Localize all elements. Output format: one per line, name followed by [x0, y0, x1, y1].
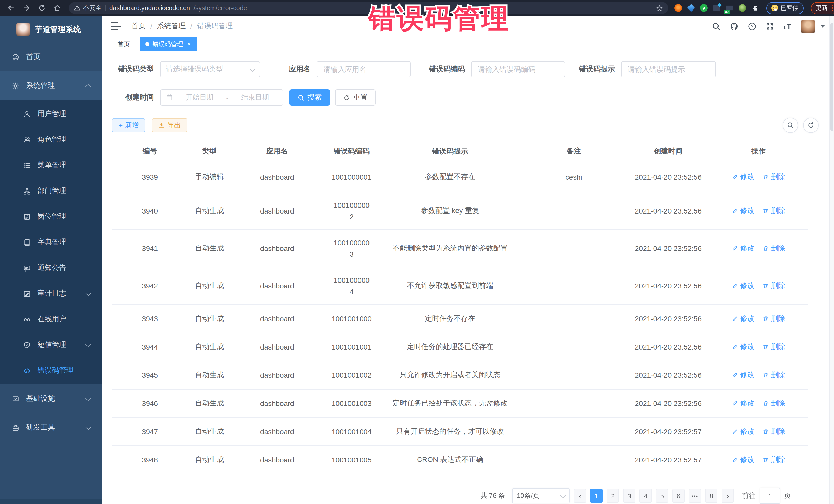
- delete-link[interactable]: 删除: [763, 206, 785, 216]
- tab-error-code[interactable]: 错误码管理 ×: [139, 37, 197, 51]
- avatar[interactable]: [801, 20, 815, 34]
- date-range-picker[interactable]: 开始日期 - 结束日期: [160, 89, 283, 106]
- font-size-icon[interactable]: tT: [783, 22, 792, 31]
- delete-link[interactable]: 删除: [763, 342, 785, 352]
- extension-grid-icon[interactable]: [713, 4, 721, 12]
- next-page-button[interactable]: ›: [722, 489, 734, 503]
- row-type: 自动生成: [188, 192, 231, 230]
- extension-orange-icon[interactable]: [674, 4, 682, 12]
- error-message-input[interactable]: [621, 61, 716, 78]
- delete-link[interactable]: 删除: [763, 172, 785, 182]
- add-button[interactable]: + 新增: [112, 118, 145, 132]
- breadcrumb-separator: /: [150, 22, 152, 30]
- scrollbar[interactable]: [829, 16, 834, 504]
- page-button-4[interactable]: 4: [639, 489, 652, 503]
- tab-home[interactable]: 首页: [112, 37, 135, 51]
- delete-link[interactable]: 删除: [763, 371, 785, 380]
- edit-link[interactable]: 修改: [732, 281, 754, 290]
- app-name-input[interactable]: [317, 61, 411, 78]
- security-status[interactable]: 不安全: [74, 4, 102, 12]
- extensions-puzzle-icon[interactable]: [751, 4, 759, 12]
- glasses-icon: [23, 315, 31, 323]
- sidebar-item-dept[interactable]: 部门管理: [0, 178, 102, 204]
- edit-link[interactable]: 修改: [732, 206, 754, 216]
- sidebar-item-infra[interactable]: 基础设施: [0, 385, 102, 413]
- edit-link[interactable]: 修改: [732, 172, 754, 182]
- page-button-2[interactable]: 2: [607, 489, 619, 503]
- delete-link[interactable]: 删除: [763, 314, 785, 323]
- more-pages-button[interactable]: •••: [689, 489, 701, 503]
- error-type-select[interactable]: 请选择错误码类型: [160, 61, 260, 78]
- delete-link[interactable]: 删除: [763, 399, 785, 408]
- delete-link[interactable]: 删除: [763, 427, 785, 436]
- scrollbar-thumb[interactable]: [830, 23, 833, 131]
- sidebar-item-sms[interactable]: 短信管理: [0, 332, 102, 358]
- sidebar-collapse-icon[interactable]: [111, 22, 121, 30]
- browser-reload-icon[interactable]: [35, 2, 48, 14]
- show-search-button[interactable]: [783, 117, 798, 133]
- row-error-message: 定时任务的处理器已经存在: [380, 333, 521, 361]
- extension-key-icon[interactable]: [739, 4, 746, 12]
- sidebar-item-errcode[interactable]: 错误码管理: [0, 358, 102, 384]
- page-size-select[interactable]: 10条/页: [512, 488, 570, 503]
- edit-link[interactable]: 修改: [732, 371, 754, 380]
- delete-link[interactable]: 删除: [763, 281, 785, 290]
- page-button-5[interactable]: 5: [656, 489, 668, 503]
- row-error-code: 1001001000: [323, 305, 380, 333]
- fullscreen-icon[interactable]: [765, 22, 774, 31]
- error-code-input[interactable]: [471, 61, 565, 78]
- page-button-1[interactable]: 1: [590, 489, 602, 503]
- sidebar-item-role[interactable]: 角色管理: [0, 127, 102, 152]
- breadcrumb-home[interactable]: 首页: [131, 22, 146, 31]
- sidebar-item-menu[interactable]: 菜单管理: [0, 152, 102, 178]
- reset-button[interactable]: 重置: [335, 89, 376, 106]
- edit-link[interactable]: 修改: [732, 244, 754, 253]
- paused-extension-button[interactable]: 已暂停: [766, 2, 804, 14]
- search-icon[interactable]: [711, 22, 721, 31]
- close-icon[interactable]: ×: [187, 41, 191, 47]
- sidebar-item-home[interactable]: 首页: [0, 43, 102, 71]
- sidebar-item-audit[interactable]: 审计日志: [0, 281, 102, 306]
- export-label: 导出: [167, 120, 181, 130]
- edit-link[interactable]: 修改: [732, 455, 754, 464]
- app-logo-row[interactable]: 芋道管理系统: [0, 16, 102, 43]
- goto-page-input[interactable]: [760, 487, 780, 504]
- refresh-table-button[interactable]: [803, 117, 819, 133]
- browser-update-button[interactable]: 更新: [811, 2, 834, 14]
- sidebar-item-system[interactable]: 系统管理: [0, 71, 102, 100]
- edit-link[interactable]: 修改: [732, 342, 754, 352]
- kebab-menu-icon[interactable]: [832, 5, 833, 11]
- sidebar-item-notice[interactable]: 通知公告: [0, 255, 102, 281]
- page-button-8[interactable]: 8: [705, 489, 718, 503]
- delete-link[interactable]: 删除: [763, 244, 785, 253]
- delete-link[interactable]: 删除: [763, 455, 785, 464]
- help-icon[interactable]: ?: [747, 22, 756, 31]
- sidebar-item-dict[interactable]: 字典管理: [0, 229, 102, 255]
- prev-page-button[interactable]: ‹: [574, 489, 586, 503]
- row-actions: 修改删除: [709, 418, 808, 446]
- paused-label: 已暂停: [781, 4, 798, 12]
- bookmark-star-icon[interactable]: [656, 4, 663, 12]
- github-icon[interactable]: [729, 22, 739, 31]
- edit-link[interactable]: 修改: [732, 399, 754, 408]
- extension-switch-icon[interactable]: on: [726, 4, 733, 12]
- page-button-6[interactable]: 6: [672, 489, 685, 503]
- edit-link[interactable]: 修改: [732, 314, 754, 323]
- browser-forward-icon[interactable]: [20, 2, 33, 14]
- row-memo: [521, 230, 627, 267]
- browser-home-icon[interactable]: [50, 2, 64, 14]
- edit-link[interactable]: 修改: [732, 427, 754, 436]
- sidebar-item-user[interactable]: 用户管理: [0, 101, 102, 127]
- extension-green-icon[interactable]: v: [700, 4, 708, 12]
- search-button[interactable]: 搜索: [289, 89, 330, 106]
- sidebar-item-label: 短信管理: [38, 340, 66, 350]
- browser-back-icon[interactable]: [4, 2, 18, 14]
- page-button-3[interactable]: 3: [623, 489, 635, 503]
- sidebar-item-post[interactable]: 岗位管理: [0, 204, 102, 229]
- sidebar-item-devtools[interactable]: 研发工具: [0, 413, 102, 442]
- export-button[interactable]: 导出: [152, 118, 187, 132]
- chevron-down-icon[interactable]: [821, 25, 825, 28]
- extension-gem-icon[interactable]: [687, 4, 695, 12]
- sidebar-item-online[interactable]: 在线用户: [0, 306, 102, 332]
- breadcrumb-system[interactable]: 系统管理: [157, 22, 186, 31]
